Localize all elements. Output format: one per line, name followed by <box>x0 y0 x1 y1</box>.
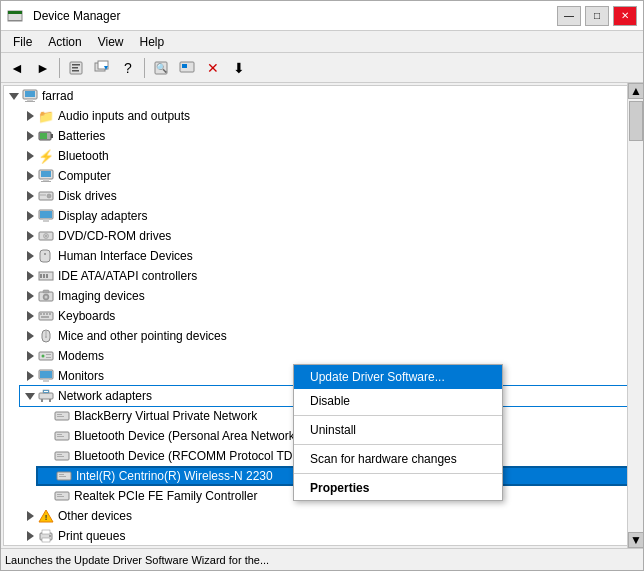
toolbar-update-driver[interactable] <box>90 56 114 80</box>
keyboards-expand[interactable] <box>22 308 38 324</box>
menu-file[interactable]: File <box>5 33 40 50</box>
tree-computer[interactable]: Computer <box>20 166 640 186</box>
tree-hid[interactable]: Human Interface Devices <box>20 246 640 266</box>
network-expand[interactable] <box>22 388 38 404</box>
modems-expand[interactable] <box>22 348 38 364</box>
hid-label: Human Interface Devices <box>58 249 193 263</box>
disk-icon <box>38 188 54 204</box>
svg-rect-45 <box>40 313 42 315</box>
root-expand[interactable] <box>6 88 22 104</box>
bluetooth-icon: ⚡ <box>38 148 54 164</box>
tree-mice[interactable]: Mice and other pointing devices <box>20 326 640 346</box>
tree-view[interactable]: farrad 📁 Audio inputs and outputs <box>3 85 641 546</box>
menu-action[interactable]: Action <box>40 33 89 50</box>
computer-tree-icon <box>38 168 54 184</box>
tree-keyboards[interactable]: Keyboards <box>20 306 640 326</box>
imaging-expand[interactable] <box>22 288 38 304</box>
svg-rect-24 <box>41 181 51 182</box>
ctx-properties[interactable]: Properties <box>294 476 502 500</box>
disk-expand[interactable] <box>22 188 38 204</box>
imaging-label: Imaging devices <box>58 289 145 303</box>
scroll-thumb[interactable] <box>629 101 643 141</box>
tree-audio[interactable]: 📁 Audio inputs and outputs <box>20 106 640 126</box>
svg-rect-47 <box>46 313 48 315</box>
ctx-uninstall-label: Uninstall <box>310 423 356 437</box>
tree-other[interactable]: ! Other devices <box>20 506 640 526</box>
svg-rect-63 <box>41 399 43 402</box>
modems-icon <box>38 348 54 364</box>
svg-text:🔍: 🔍 <box>156 62 168 74</box>
bluetooth-expand[interactable] <box>22 148 38 164</box>
toolbar-download[interactable]: ⬇ <box>227 56 251 80</box>
audio-expand[interactable] <box>22 108 38 124</box>
tree-root[interactable]: farrad <box>4 86 640 106</box>
dvd-expand[interactable] <box>22 228 38 244</box>
menu-view[interactable]: View <box>90 33 132 50</box>
svg-rect-67 <box>57 416 64 417</box>
svg-rect-69 <box>57 434 62 435</box>
network-label: Network adapters <box>58 389 152 403</box>
tree-ide[interactable]: IDE ATA/ATAPI controllers <box>20 266 640 286</box>
ide-expand[interactable] <box>22 268 38 284</box>
root-label: farrad <box>42 89 73 103</box>
maximize-button[interactable]: □ <box>585 6 609 26</box>
toolbar-forward[interactable]: ► <box>31 56 55 80</box>
svg-rect-29 <box>40 211 52 218</box>
svg-text:!: ! <box>45 513 48 522</box>
ctx-uninstall[interactable]: Uninstall <box>294 418 502 442</box>
svg-rect-58 <box>40 371 52 378</box>
tree-bluetooth[interactable]: ⚡ Bluetooth <box>20 146 640 166</box>
ctx-update-driver[interactable]: Update Driver Software... <box>294 365 502 389</box>
bt-pan-expand <box>38 428 54 444</box>
svg-rect-46 <box>43 313 45 315</box>
vertical-scrollbar[interactable]: ▲ ▼ <box>627 83 643 548</box>
print-icon <box>38 528 54 544</box>
display-expand[interactable] <box>22 208 38 224</box>
toolbar-back[interactable]: ◄ <box>5 56 29 80</box>
tree-modems[interactable]: Modems <box>20 346 640 366</box>
ctx-sep-3 <box>294 473 502 474</box>
svg-rect-53 <box>39 352 53 360</box>
scroll-down-btn[interactable]: ▼ <box>628 532 643 548</box>
tree-imaging[interactable]: Imaging devices <box>20 286 640 306</box>
monitors-expand[interactable] <box>22 368 38 384</box>
disk-label: Disk drives <box>58 189 117 203</box>
toolbar-scan[interactable]: 🔍 <box>149 56 173 80</box>
svg-rect-27 <box>40 195 46 196</box>
other-expand[interactable] <box>22 508 38 524</box>
tree-batteries[interactable]: Batteries <box>20 126 640 146</box>
mice-expand[interactable] <box>22 328 38 344</box>
tree-disk[interactable]: Disk drives <box>20 186 640 206</box>
keyboards-label: Keyboards <box>58 309 115 323</box>
window-title: Device Manager <box>33 9 120 23</box>
toolbar-properties[interactable] <box>64 56 88 80</box>
svg-rect-41 <box>43 290 49 293</box>
bt-pan-icon <box>54 428 70 444</box>
batteries-icon <box>38 128 54 144</box>
print-expand[interactable] <box>22 528 38 544</box>
batteries-expand[interactable] <box>22 128 38 144</box>
ctx-disable[interactable]: Disable <box>294 389 502 413</box>
svg-rect-30 <box>43 219 49 222</box>
hid-expand[interactable] <box>22 248 38 264</box>
tree-dvd[interactable]: DVD/CD-ROM drives <box>20 226 640 246</box>
toolbar-help[interactable]: ? <box>116 56 140 80</box>
svg-rect-1 <box>8 11 22 14</box>
ctx-scan[interactable]: Scan for hardware changes <box>294 447 502 471</box>
svg-rect-16 <box>27 99 33 101</box>
toolbar-device-manager[interactable] <box>175 56 199 80</box>
close-button[interactable]: ✕ <box>613 6 637 26</box>
dvd-icon <box>38 228 54 244</box>
computer-expand[interactable] <box>22 168 38 184</box>
svg-point-26 <box>47 194 51 198</box>
tree-print[interactable]: Print queues <box>20 526 640 546</box>
minimize-button[interactable]: — <box>557 6 581 26</box>
ctx-properties-label: Properties <box>310 481 369 495</box>
tree-display[interactable]: Display adapters <box>20 206 640 226</box>
svg-rect-6 <box>72 70 79 72</box>
other-label: Other devices <box>58 509 132 523</box>
toolbar-remove[interactable]: ✕ <box>201 56 225 80</box>
menu-help[interactable]: Help <box>132 33 173 50</box>
realtek-expand <box>38 488 54 504</box>
scroll-up-btn[interactable]: ▲ <box>628 83 643 99</box>
